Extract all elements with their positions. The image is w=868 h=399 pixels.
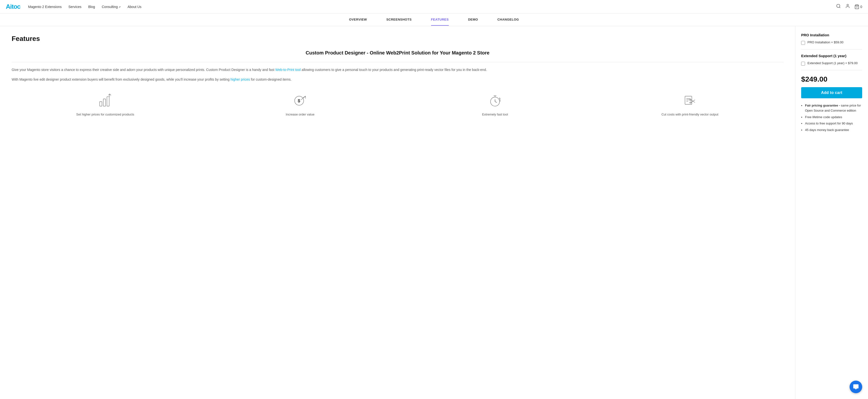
svg-rect-4 <box>103 99 105 106</box>
benefit-fair-pricing: Fair pricing guarantee - same price for … <box>801 103 862 113</box>
higher-prices-icon <box>97 92 114 109</box>
extended-support-label[interactable]: Extended Support (1 year) + $79.00 <box>807 61 858 65</box>
svg-point-0 <box>837 4 840 7</box>
cut-costs-icon <box>682 92 699 109</box>
svg-line-14 <box>495 101 497 102</box>
pro-install-title: PRO Installation <box>801 33 862 37</box>
nav-link-about[interactable]: About Us <box>127 5 142 9</box>
feature-increase-order-label: Increase order value <box>286 112 315 117</box>
product-title: Custom Product Designer - Online Web2Pri… <box>11 50 783 56</box>
extended-support-checkbox-row: Extended Support (1 year) + $79.00 <box>801 61 862 66</box>
feature-higher-prices: Set higher prices for customized product… <box>11 92 199 117</box>
sub-nav: OVERVIEW SCREENSHOTS FEATURES DEMO CHANG… <box>0 13 868 26</box>
svg-rect-3 <box>100 101 102 106</box>
user-icon[interactable] <box>845 4 850 10</box>
feature-higher-prices-label: Set higher prices for customized product… <box>76 112 134 117</box>
nav-link-services[interactable]: Services <box>68 5 82 9</box>
benefit-code-updates: Free lifetime code updates <box>801 115 862 120</box>
cart-icon[interactable]: 0 <box>855 4 862 9</box>
chat-button[interactable] <box>849 380 862 393</box>
feature-increase-order: $ Increase order value <box>207 92 394 117</box>
pro-install-label[interactable]: PRO Installation + $59.00 <box>807 40 843 44</box>
section-title: Features <box>11 35 783 42</box>
tab-screenshots[interactable]: SCREENSHOTS <box>386 14 411 26</box>
increase-order-icon: $ <box>291 92 309 109</box>
tab-demo[interactable]: DEMO <box>468 14 478 26</box>
title-separator <box>11 62 783 62</box>
search-icon[interactable] <box>836 4 841 10</box>
benefits-list: Fair pricing guarantee - same price for … <box>801 103 862 133</box>
tab-overview[interactable]: OVERVIEW <box>349 14 367 26</box>
pro-install-checkbox-row: PRO Installation + $59.00 <box>801 40 862 45</box>
benefit-money-back: 45 days money back guarantee <box>801 128 862 133</box>
extended-support-title: Extended Support (1 year) <box>801 54 862 58</box>
feature-cut-costs: Cut costs with print-friendly vector out… <box>596 92 783 117</box>
tab-changelog[interactable]: CHANGELOG <box>497 14 519 26</box>
svg-text:$: $ <box>298 98 300 103</box>
top-nav: Aitoc Magento 2 Extensions Services Blog… <box>0 0 868 13</box>
cart-count: 0 <box>860 5 862 9</box>
main-layout: Features Custom Product Designer - Onlin… <box>0 26 868 399</box>
pro-install-checkbox[interactable] <box>801 41 805 45</box>
svg-rect-5 <box>107 97 109 106</box>
svg-point-1 <box>847 4 848 6</box>
nav-icons: 0 <box>836 4 862 10</box>
content-area: Features Custom Product Designer - Onlin… <box>0 26 795 399</box>
fast-tool-icon <box>487 92 503 109</box>
sidebar: PRO Installation PRO Installation + $59.… <box>795 26 868 399</box>
feature-cut-costs-label: Cut costs with print-friendly vector out… <box>661 112 718 117</box>
nav-links: Magento 2 Extensions Services Blog Consu… <box>28 5 836 9</box>
web-to-print-link[interactable]: Web-to-Print tool <box>275 68 301 72</box>
extended-support-section: Extended Support (1 year) Extended Suppo… <box>801 54 862 66</box>
logo[interactable]: Aitoc <box>6 3 20 10</box>
feature-fast-tool-label: Extremely fast tool <box>482 112 508 117</box>
benefit-free-support: Access to free support for 90 days <box>801 121 862 126</box>
description-1: Give your Magento store visitors a chanc… <box>11 67 783 73</box>
nav-link-magento[interactable]: Magento 2 Extensions <box>28 5 62 9</box>
price-display: $249.00 <box>801 75 862 83</box>
svg-line-9 <box>301 96 306 100</box>
pro-install-section: PRO Installation PRO Installation + $59.… <box>801 33 862 45</box>
add-to-cart-button[interactable]: Add to cart <box>801 87 862 98</box>
nav-link-consulting[interactable]: Consulting <box>102 5 121 9</box>
higher-prices-link[interactable]: higher prices <box>230 78 250 81</box>
features-grid: Set higher prices for customized product… <box>11 92 783 117</box>
sidebar-divider-1 <box>801 49 862 50</box>
nav-link-blog[interactable]: Blog <box>88 5 95 9</box>
feature-fast-tool: Extremely fast tool <box>402 92 589 117</box>
tab-features[interactable]: FEATURES <box>431 14 449 26</box>
extended-support-checkbox[interactable] <box>801 62 805 66</box>
description-2: With Magento live edit designer product … <box>11 77 783 83</box>
